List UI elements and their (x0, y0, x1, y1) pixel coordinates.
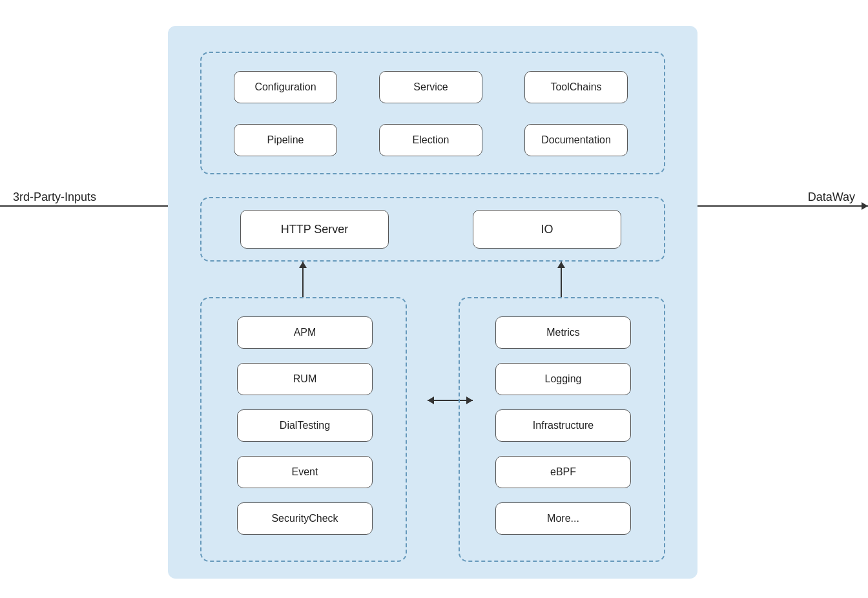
ebpf-box: eBPF (495, 456, 631, 488)
event-box: Event (237, 456, 373, 488)
bottom-left-group-box: APM RUM DialTesting Event SecurityCheck (200, 297, 407, 562)
documentation-box: Documentation (524, 124, 628, 156)
more-box: More... (495, 502, 631, 535)
pipeline-box: Pipeline (234, 124, 337, 156)
election-box: Election (379, 124, 482, 156)
top-group-box: Configuration Service ToolChains Pipelin… (200, 52, 665, 174)
io-box: IO (473, 210, 621, 249)
logging-box: Logging (495, 363, 631, 395)
http-server-box: HTTP Server (240, 210, 389, 249)
toolchains-box: ToolChains (524, 71, 628, 103)
apm-box: APM (237, 316, 373, 349)
middle-group-box: HTTP Server IO (200, 197, 665, 262)
dataway-label: DataWay (808, 191, 855, 204)
third-party-label: 3rd-Party-Inputs (13, 191, 96, 204)
metrics-box: Metrics (495, 316, 631, 349)
diagram-container: 3rd-Party-Inputs DataWay Configuration S… (0, 0, 868, 598)
securitycheck-box: SecurityCheck (237, 502, 373, 535)
outer-box: Configuration Service ToolChains Pipelin… (168, 26, 698, 579)
arrow-up-left (302, 262, 304, 297)
arrow-up-right (561, 262, 562, 297)
dialtesting-box: DialTesting (237, 409, 373, 442)
rum-box: RUM (237, 363, 373, 395)
bottom-right-group-box: Metrics Logging Infrastructure eBPF More… (459, 297, 665, 562)
infrastructure-box: Infrastructure (495, 409, 631, 442)
service-box: Service (379, 71, 482, 103)
configuration-box: Configuration (234, 71, 337, 103)
